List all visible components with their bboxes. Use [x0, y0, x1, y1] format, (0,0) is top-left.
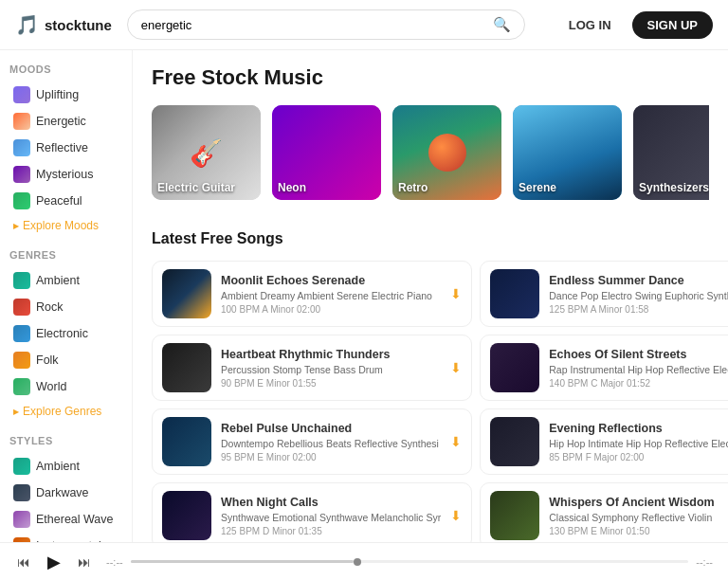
main-layout: Moods Uplifting Energetic Reflective Mys… — [0, 50, 728, 542]
progress-bar[interactable] — [131, 560, 689, 563]
download-button[interactable]: ⬇ — [450, 360, 462, 375]
song-info: Rebel Pulse Unchained Downtempo Rebellio… — [221, 422, 441, 462]
sidebar-item-uplifting[interactable]: Uplifting — [9, 82, 122, 107]
song-title: Rebel Pulse Unchained — [221, 422, 441, 435]
uplifting-icon — [13, 86, 30, 103]
sidebar-item-label: Rock — [36, 300, 63, 314]
search-icon: 🔍 — [493, 16, 511, 33]
featured-card-serene[interactable]: Serene — [513, 105, 622, 200]
play-button[interactable]: ▶ — [46, 550, 63, 574]
style-ambient-icon — [13, 458, 30, 475]
explore-genres-link[interactable]: Explore Genres — [9, 401, 122, 422]
sidebar-item-label: World — [36, 380, 66, 393]
song-thumbnail — [162, 343, 211, 392]
signup-button[interactable]: SIGN UP — [632, 11, 713, 39]
featured-scroll: 🎸 Electric Guitar Neon Retro Serene Synt… — [152, 105, 709, 208]
song-tags: Downtempo Rebellious Beats Reflective Sy… — [221, 438, 441, 449]
songs-grid: Moonlit Echoes Serenade Ambient Dreamy A… — [152, 261, 709, 542]
song-info: Heartbeat Rhythmic Thunders Percussion S… — [221, 348, 441, 389]
download-button[interactable]: ⬇ — [450, 434, 462, 449]
sidebar-item-label: Energetic — [36, 115, 86, 128]
player-bar: ⏮ ▶ ⏭ --:-- --:-- — [0, 542, 728, 580]
sidebar-item-label: Uplifting — [36, 88, 79, 101]
header-actions: LOG IN SIGN UP — [557, 11, 713, 39]
featured-card-neon[interactable]: Neon — [272, 105, 381, 200]
search-bar: 🔍 — [127, 9, 525, 40]
login-button[interactable]: LOG IN — [557, 12, 623, 38]
song-title: Whispers Of Ancient Wisdom — [549, 496, 728, 509]
sidebar-item-peaceful[interactable]: Peaceful — [9, 189, 122, 213]
sidebar-item-label: Ambient — [36, 460, 80, 473]
sidebar-item-rock[interactable]: Rock — [9, 295, 122, 319]
song-card[interactable]: Evening Reflections Hip Hop Intimate Hip… — [480, 408, 728, 475]
song-meta: 125 BPM A Minor 01:58 — [549, 304, 728, 315]
featured-card-label: Neon — [278, 181, 306, 194]
featured-card-label: Serene — [519, 181, 556, 194]
song-meta: 85 BPM F Major 02:00 — [549, 452, 728, 462]
reflective-icon — [13, 139, 30, 156]
song-info: Whispers Of Ancient Wisdom Classical Sym… — [549, 496, 728, 536]
logo[interactable]: 🎵 stocktune — [15, 13, 112, 36]
time-current: --:-- — [106, 556, 123, 568]
styles-section-title: Styles — [9, 435, 122, 446]
song-thumbnail — [490, 491, 539, 540]
featured-card-synth[interactable]: Synthesizers — [633, 105, 709, 200]
song-title: Heartbeat Rhythmic Thunders — [221, 348, 441, 361]
song-card[interactable]: Whispers Of Ancient Wisdom Classical Sym… — [480, 482, 728, 542]
progress-fill — [131, 560, 354, 563]
sidebar-item-energetic[interactable]: Energetic — [9, 109, 122, 134]
sidebar-item-darkwave[interactable]: Darkwave — [9, 480, 122, 505]
featured-card-label: Synthesizers — [639, 181, 709, 194]
song-tags: Classical Symphony Reflective Violin — [549, 512, 728, 523]
song-meta: 130 BPM E Minor 01:50 — [549, 526, 728, 536]
song-meta: 95 BPM E Minor 02:00 — [221, 452, 441, 462]
song-tags: Percussion Stomp Tense Bass Drum — [221, 364, 441, 375]
energetic-icon — [13, 113, 30, 130]
prev-button[interactable]: ⏮ — [15, 553, 32, 571]
featured-card-retro[interactable]: Retro — [392, 105, 501, 200]
latest-songs-title: Latest Free Songs — [152, 230, 709, 247]
explore-moods-link[interactable]: Explore Moods — [9, 215, 122, 236]
sidebar-item-label: Electronic — [36, 327, 88, 340]
sidebar-item-label: Peaceful — [36, 194, 82, 208]
song-card[interactable]: When Night Calls Synthwave Emotional Syn… — [152, 482, 472, 542]
song-card[interactable]: Endless Summer Dance Dance Pop Electro S… — [480, 261, 728, 327]
song-info: Endless Summer Dance Dance Pop Electro S… — [549, 274, 728, 315]
sidebar-item-ambient[interactable]: Ambient — [9, 268, 122, 293]
song-tags: Dance Pop Electro Swing Euphoric Synthes… — [549, 290, 728, 301]
song-card[interactable]: Rebel Pulse Unchained Downtempo Rebellio… — [152, 408, 472, 475]
download-button[interactable]: ⬇ — [450, 286, 462, 301]
genres-section-title: Genres — [9, 249, 122, 261]
sidebar-item-style-ambient[interactable]: Ambient — [9, 454, 122, 479]
song-title: Echoes Of Silent Streets — [549, 348, 728, 361]
song-info: When Night Calls Synthwave Emotional Syn… — [221, 496, 441, 536]
sidebar-item-reflective[interactable]: Reflective — [9, 136, 122, 160]
world-icon — [13, 378, 30, 395]
page-title: Free Stock Music — [152, 65, 709, 90]
featured-card-label: Electric Guitar — [157, 181, 235, 194]
download-button[interactable]: ⬇ — [450, 508, 462, 523]
main-content: Free Stock Music 🎸 Electric Guitar Neon … — [133, 50, 728, 542]
search-input[interactable] — [141, 18, 485, 32]
header: 🎵 stocktune 🔍 LOG IN SIGN UP — [0, 0, 728, 50]
sidebar-item-label: Mysterious — [36, 168, 93, 181]
sidebar-item-folk[interactable]: Folk — [9, 348, 122, 372]
sidebar-item-world[interactable]: World — [9, 374, 122, 399]
song-info: Evening Reflections Hip Hop Intimate Hip… — [549, 422, 728, 462]
song-card[interactable]: Heartbeat Rhythmic Thunders Percussion S… — [152, 335, 472, 401]
song-meta: 140 BPM C Major 01:52 — [549, 378, 728, 389]
next-button[interactable]: ⏭ — [76, 553, 93, 571]
rock-icon — [13, 299, 30, 316]
progress-dot — [354, 558, 361, 566]
song-card[interactable]: Moonlit Echoes Serenade Ambient Dreamy A… — [152, 261, 472, 327]
sidebar-item-mysterious[interactable]: Mysterious — [9, 162, 122, 187]
featured-card-guitar[interactable]: 🎸 Electric Guitar — [152, 105, 261, 200]
song-thumbnail — [490, 343, 539, 392]
folk-icon — [13, 352, 30, 369]
logo-icon: 🎵 — [15, 13, 39, 36]
sidebar-item-electronic[interactable]: Electronic — [9, 321, 122, 346]
song-tags: Hip Hop Intimate Hip Hop Reflective Elec… — [549, 438, 728, 449]
sidebar-item-ethereal[interactable]: Ethereal Wave — [9, 507, 122, 532]
sidebar-item-instrumental[interactable]: Instrumental — [9, 534, 122, 542]
song-card[interactable]: Echoes Of Silent Streets Rap Instrumenta… — [480, 335, 728, 401]
